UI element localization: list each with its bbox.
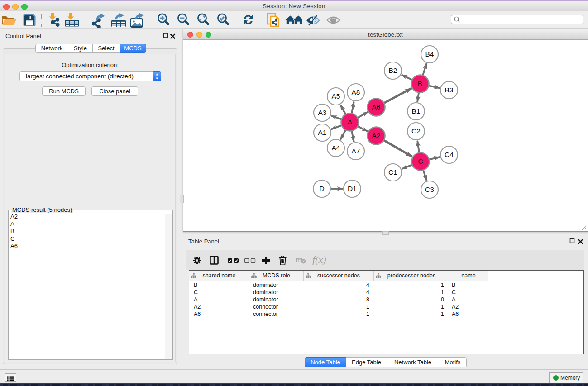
svg-text:A3: A3 bbox=[318, 109, 327, 116]
svg-text:A7: A7 bbox=[352, 147, 360, 155]
svg-text:C4: C4 bbox=[445, 151, 454, 158]
svg-text:C3: C3 bbox=[425, 186, 434, 193]
svg-text:B4: B4 bbox=[425, 50, 434, 58]
svg-text:B: B bbox=[418, 80, 422, 87]
svg-text:C: C bbox=[418, 157, 423, 165]
svg-text:B2: B2 bbox=[389, 67, 397, 74]
svg-text:B1: B1 bbox=[412, 107, 421, 115]
svg-text:D: D bbox=[319, 185, 324, 192]
svg-text:A2: A2 bbox=[372, 132, 381, 139]
svg-text:A6: A6 bbox=[372, 103, 381, 111]
svg-text:A5: A5 bbox=[332, 92, 340, 100]
svg-text:C1: C1 bbox=[388, 168, 397, 176]
svg-text:A8: A8 bbox=[352, 88, 360, 96]
svg-text:A: A bbox=[348, 118, 353, 126]
svg-text:A1: A1 bbox=[318, 129, 327, 136]
svg-text:D1: D1 bbox=[348, 185, 357, 192]
svg-text:B3: B3 bbox=[445, 86, 454, 94]
svg-text:C2: C2 bbox=[411, 127, 421, 135]
svg-text:A4: A4 bbox=[332, 144, 340, 152]
